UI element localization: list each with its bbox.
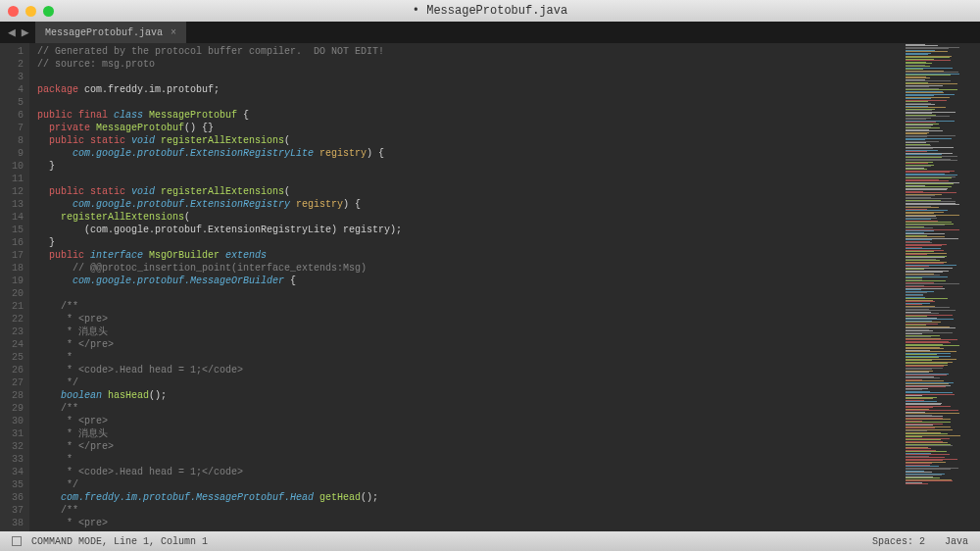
- code-line[interactable]: [37, 287, 902, 300]
- line-number: 38: [0, 517, 24, 529]
- code-line[interactable]: com.google.protobuf.ExtensionRegistryLit…: [37, 147, 902, 160]
- line-number: 18: [0, 262, 24, 275]
- code-line[interactable]: com.freddy.im.protobuf.MessageProtobuf.H…: [37, 491, 902, 504]
- code-line[interactable]: [37, 173, 902, 185]
- code-line[interactable]: /**: [37, 300, 902, 313]
- line-number: 5: [0, 96, 24, 109]
- line-number: 22: [0, 313, 24, 326]
- minimize-window-icon[interactable]: [25, 6, 36, 17]
- editor-main: 1234567891011121314151617181920212223242…: [0, 43, 980, 531]
- tab-label: MessageProtobuf.java: [45, 27, 163, 38]
- line-number: 32: [0, 440, 24, 453]
- code-line[interactable]: // @@protoc_insertion_point(interface_ex…: [37, 262, 902, 275]
- nav-forward-icon[interactable]: ▶: [22, 25, 29, 40]
- line-number: 10: [0, 160, 24, 173]
- code-line[interactable]: /**: [37, 504, 902, 517]
- line-number: 36: [0, 491, 24, 504]
- zoom-window-icon[interactable]: [43, 6, 54, 17]
- line-number: 25: [0, 351, 24, 364]
- code-line[interactable]: package com.freddy.im.protobuf;: [37, 83, 902, 96]
- line-number: 16: [0, 236, 24, 249]
- line-number: 1: [0, 45, 24, 58]
- line-number: 9: [0, 147, 24, 160]
- code-line[interactable]: * </pre>: [37, 338, 902, 351]
- code-line[interactable]: * 消息头: [37, 427, 902, 440]
- line-number: 7: [0, 122, 24, 134]
- code-line[interactable]: * <code>.Head head = 1;</code>: [37, 364, 902, 376]
- code-line[interactable]: * <pre>: [37, 415, 902, 427]
- line-number: 21: [0, 300, 24, 313]
- code-line[interactable]: * <pre>: [37, 313, 902, 326]
- status-mode: COMMAND MODE, Line 1, Column 1: [31, 536, 208, 547]
- line-number: 34: [0, 466, 24, 478]
- line-number: 4: [0, 83, 24, 96]
- line-number: 28: [0, 389, 24, 402]
- line-number: 26: [0, 364, 24, 376]
- code-line[interactable]: [37, 71, 902, 83]
- line-number: 12: [0, 185, 24, 198]
- code-line[interactable]: }: [37, 160, 902, 173]
- line-number: 29: [0, 402, 24, 415]
- code-line[interactable]: com.google.protobuf.ExtensionRegistry re…: [37, 198, 902, 211]
- nav-arrows: ◀ ▶: [0, 22, 29, 43]
- code-line[interactable]: [37, 96, 902, 109]
- code-line[interactable]: * 消息头: [37, 326, 902, 338]
- line-number: 2: [0, 58, 24, 71]
- code-line[interactable]: registerAllExtensions(: [37, 211, 902, 224]
- tab-close-icon[interactable]: ×: [171, 27, 176, 38]
- nav-back-icon[interactable]: ◀: [8, 25, 16, 40]
- code-line[interactable]: *: [37, 351, 902, 364]
- code-line[interactable]: * <code>.Head head = 1;</code>: [37, 466, 902, 478]
- code-line[interactable]: boolean hasHead();: [37, 389, 902, 402]
- line-number: 3: [0, 71, 24, 83]
- line-number: 15: [0, 224, 24, 236]
- code-line[interactable]: *: [37, 453, 902, 466]
- line-number-gutter: 1234567891011121314151617181920212223242…: [0, 43, 29, 531]
- status-right: Spaces: 2 Java: [872, 536, 968, 547]
- status-spaces[interactable]: Spaces: 2: [872, 536, 925, 547]
- titlebar: • MessageProtobuf.java: [0, 0, 980, 22]
- code-line[interactable]: }: [37, 236, 902, 249]
- code-line[interactable]: com.google.protobuf.MessageOrBuilder {: [37, 275, 902, 287]
- code-editor[interactable]: // Generated by the protocol buffer comp…: [29, 43, 902, 531]
- code-line[interactable]: (com.google.protobuf.ExtensionRegistryLi…: [37, 224, 902, 236]
- code-line[interactable]: */: [37, 478, 902, 491]
- code-line[interactable]: public static void registerAllExtensions…: [37, 185, 902, 198]
- status-left: COMMAND MODE, Line 1, Column 1: [12, 536, 208, 547]
- line-number: 30: [0, 415, 24, 427]
- line-number: 31: [0, 427, 24, 440]
- line-number: 17: [0, 249, 24, 262]
- line-number: 6: [0, 109, 24, 122]
- line-number: 20: [0, 287, 24, 300]
- line-number: 19: [0, 275, 24, 287]
- line-number: 24: [0, 338, 24, 351]
- code-line[interactable]: * </pre>: [37, 440, 902, 453]
- code-line[interactable]: // Generated by the protocol buffer comp…: [37, 45, 902, 58]
- code-line[interactable]: public final class MessageProtobuf {: [37, 109, 902, 122]
- minimap[interactable]: [902, 43, 980, 531]
- line-number: 27: [0, 376, 24, 389]
- panel-icon[interactable]: [12, 536, 22, 546]
- code-line[interactable]: */: [37, 376, 902, 389]
- window-title: • MessageProtobuf.java: [0, 4, 980, 18]
- traffic-lights: [8, 6, 54, 17]
- code-line[interactable]: public interface MsgOrBuilder extends: [37, 249, 902, 262]
- line-number: 13: [0, 198, 24, 211]
- code-line[interactable]: private MessageProtobuf() {}: [37, 122, 902, 134]
- line-number: 23: [0, 326, 24, 338]
- line-number: 35: [0, 478, 24, 491]
- code-line[interactable]: * <pre>: [37, 517, 902, 529]
- status-lang[interactable]: Java: [945, 536, 968, 547]
- statusbar: COMMAND MODE, Line 1, Column 1 Spaces: 2…: [0, 531, 980, 551]
- line-number: 11: [0, 173, 24, 185]
- code-line[interactable]: /**: [37, 402, 902, 415]
- close-window-icon[interactable]: [8, 6, 19, 17]
- tab-messageprotobuf[interactable]: MessageProtobuf.java ×: [35, 22, 187, 43]
- line-number: 33: [0, 453, 24, 466]
- line-number: 37: [0, 504, 24, 517]
- tabbar: ◀ ▶ MessageProtobuf.java ×: [0, 22, 980, 43]
- line-number: 8: [0, 134, 24, 147]
- line-number: 14: [0, 211, 24, 224]
- code-line[interactable]: public static void registerAllExtensions…: [37, 134, 902, 147]
- code-line[interactable]: // source: msg.proto: [37, 58, 902, 71]
